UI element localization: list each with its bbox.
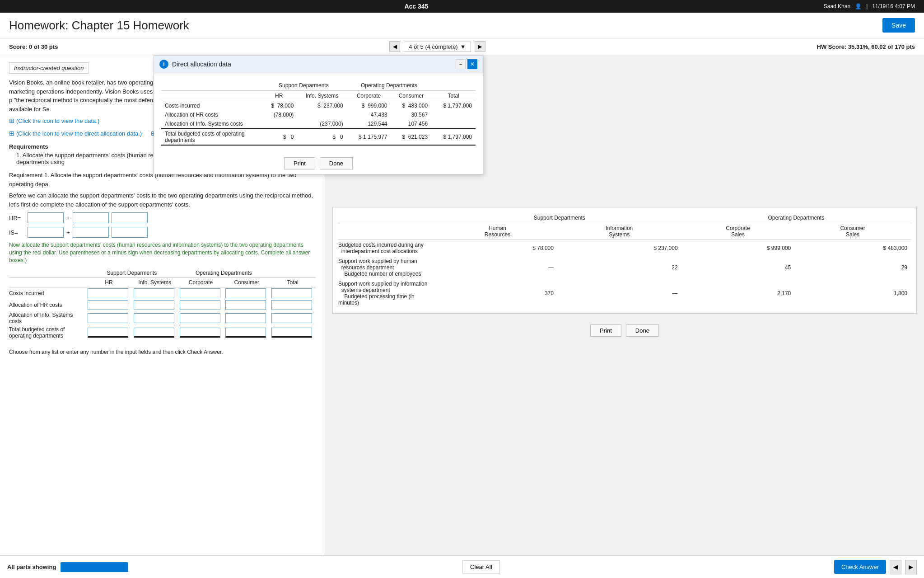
table-row: Budgeted costs incurred during any inter… [338,240,911,257]
is-input-1[interactable] [28,227,64,238]
bottom-next-button[interactable]: ▶ [905,560,917,562]
modal-total-col: Total [431,91,476,101]
right-hr-col: HumanResources [438,223,557,240]
corporate-col-header: Corporate [178,278,224,287]
right-support-header: Support Departments [438,213,681,223]
dropdown-icon: ▼ [460,43,466,50]
hr-input-3[interactable] [112,212,148,223]
is-input-2[interactable] [73,227,109,238]
prev-question-button[interactable]: ◀ [389,41,400,52]
table-row: Support work supplied by information sys… [338,279,911,308]
hr-costs-label: Allocation of HR costs [9,299,86,311]
right-cons-col: ConsumerSales [794,223,911,240]
data-link-1[interactable]: ⊞ (Click the icon to view the data.) [9,117,99,124]
modal-operating-header: Operating Departments [347,80,431,91]
ci-corp-input[interactable] [180,288,220,298]
ci-is-input[interactable] [134,288,174,298]
right-operating-header: Operating Departments [681,213,911,223]
isc-total-input[interactable] [271,313,312,323]
direct-alloc-table: Support Deparments Operating Departments… [325,80,476,146]
modal-minimize-button[interactable]: − [456,59,466,69]
top-bar: Acc 345 Saad Khan 👤 | 11/19/16 4:07 PM [0,0,924,13]
table-row: Total budgeted costs of operating depart… [9,325,316,340]
isc-corp-input[interactable] [180,313,220,323]
hrc-is-input[interactable] [134,300,174,310]
right-corp-col: CorporateSales [681,223,795,240]
ci-hr-input[interactable] [88,288,128,298]
top-bar-user: Saad Khan [824,3,850,9]
table-row: Costs incurred [9,287,316,300]
grid-icon-2: ⊞ [9,130,14,137]
save-button[interactable]: Save [882,18,915,33]
bottom-prev-button[interactable]: ◀ [890,560,901,562]
right-table-container: Support Departments Operating Department… [332,207,917,314]
modal-footer: Print Done [325,153,483,174]
table-row: Total budgeted costs of operating depart… [325,129,476,145]
tb-hr-input[interactable] [88,328,128,338]
hrc-cons-input[interactable] [225,300,266,310]
table-row: Allocation of Info. Systems costs (237,0… [325,119,476,129]
table-row: Support work supplied by human resources… [338,256,911,279]
info-systems-col-header: Info. Systems [132,278,178,287]
modal-done-button[interactable]: Done [325,157,353,169]
table-row: Allocation of HR costs (78,000) 47,433 3… [325,110,476,119]
data-link-2[interactable]: ⊞ (Click the icon to view the direct all… [9,130,142,137]
tb-corp-input[interactable] [180,328,220,338]
score-bar: Score: 0 of 30 pts ◀ 4 of 5 (4 complete)… [0,38,924,55]
right-panel: i Direct allocation data − ✕ Support Dep… [325,55,924,562]
main-layout: Instructor-created question Vision Books… [0,55,924,562]
hrc-corp-input[interactable] [180,300,220,310]
right-panel-footer: Print Done [332,321,917,340]
right-print-button[interactable]: Print [590,324,621,337]
modal-header: i Direct allocation data − ✕ [325,56,483,73]
top-bar-datetime: 11/19/16 4:07 PM [872,3,915,9]
bottom-bar: All parts showing Clear AlI Check Answer… [0,555,924,562]
is-equation-row: IS= + [9,227,316,238]
modal-close-button[interactable]: ✕ [467,59,477,69]
modal-corp-col: Corporate [347,91,391,101]
isc-hr-input[interactable] [88,313,128,323]
table-row: Allocation of Info. Systems costs [9,311,316,325]
hw-score: HW Score: 35.31%, 60.02 of 170 pts [817,43,915,50]
costs-incurred-label: Costs incurred [9,287,86,300]
grid-icon-1: ⊞ [9,117,14,124]
hr-col-header: HR [86,278,132,287]
top-bar-course: Acc 345 [404,3,428,10]
question-nav-label: 4 of 5 (4 complete) ▼ [404,42,471,52]
page-header: Homework: Chapter 15 Homework Save [0,13,924,38]
left-data-table: Support Deparments Operating Departments… [9,268,316,340]
ci-total-input[interactable] [271,288,312,298]
isc-cons-input[interactable] [225,313,266,323]
tb-total-input[interactable] [271,328,312,338]
tb-cons-input[interactable] [225,328,266,338]
next-question-button[interactable]: ▶ [475,41,485,52]
right-is-col: InformationSystems [557,223,681,240]
green-instruction: Now allocate the support departments' co… [9,241,316,264]
bottom-right: Check Answer ◀ ▶ [834,560,917,562]
hrc-hr-input[interactable] [88,300,128,310]
score-label: Score: 0 of 30 pts [9,43,58,50]
total-col-header: Total [270,278,316,287]
isc-is-input[interactable] [134,313,174,323]
instructor-badge: Instructor-created question [9,62,89,74]
hr-input-1[interactable] [28,212,64,223]
hr-eq-label: HR= [9,215,25,221]
tb-is-input[interactable] [134,328,174,338]
hr-input-2[interactable] [73,212,109,223]
plus-sign-1: + [66,215,70,221]
is-eq-label: IS= [9,229,25,236]
clear-all-button[interactable]: Clear AlI [462,560,500,562]
right-done-button[interactable]: Done [626,324,659,337]
info-costs-label: Allocation of Info. Systems costs [9,311,86,325]
operating-depts-header: Operating Departments [178,268,270,278]
hrc-total-input[interactable] [271,300,312,310]
modal-support-header: Support Deparments [325,80,347,91]
is-input-3[interactable] [112,227,148,238]
right-data-table: Support Departments Operating Department… [338,213,911,308]
before-text: Before we can allocate the support depar… [9,191,316,209]
req-section: Requirement 1. Allocate the support depa… [9,171,316,209]
user-icon: 👤 [855,3,862,9]
ci-cons-input[interactable] [225,288,266,298]
check-answer-button[interactable]: Check Answer [834,560,886,562]
modal-cons-col: Consumer [391,91,432,101]
